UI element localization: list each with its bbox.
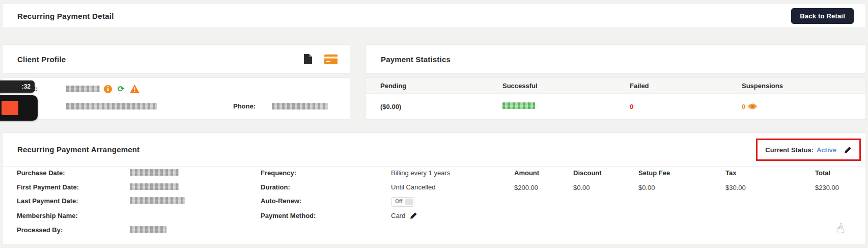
warning-icon[interactable] [130,85,139,93]
pricing-tax-value: $30.00 [725,184,815,191]
duration-value: Until Cancelled [391,183,435,191]
edit-payment-method-pencil-icon[interactable] [410,212,417,219]
purchase-date-redacted [130,169,179,176]
processed-by-label: Processed By: [17,226,126,234]
payment-method-label: Payment Method: [261,212,388,219]
auto-renew-toggle[interactable]: Off [391,197,414,207]
current-status-annotation-box: Current Status: Active [756,139,861,161]
payment-statistics-columns: Pending Successful Failed Suspensions [366,78,865,94]
pricing-table: Amount Discount Setup Fee Tax Total $200… [514,169,868,191]
edit-status-pencil-icon[interactable] [844,146,852,154]
credit-card-icon[interactable] [324,54,338,64]
payment-statistics-body: Pending Successful Failed Suspensions ($… [366,77,866,120]
arrangement-card: Recurring Payment Arrangement Current St… [2,132,866,245]
payment-statistics-title: Payment Statistics [381,55,451,64]
col-pending: Pending [380,82,502,90]
pricing-col-total: Total [815,169,868,177]
col-failed: Failed [630,82,742,90]
info-icon[interactable]: i [104,85,112,93]
client-profile-body: Client: i ⟳ Email: Phone: [2,77,350,120]
duration-label: Duration: [261,183,388,191]
pricing-total-value: $230.00 [815,184,868,191]
membership-name-label: Membership Name: [17,212,126,219]
suspensions-count: 0 [742,103,745,111]
arrangement-title: Recurring Payment Arrangement [17,145,139,154]
client-row: Client: i ⟳ [17,85,340,93]
pricing-col-discount: Discount [573,169,638,177]
client-name-redacted [66,86,100,92]
auto-renew-toggle-label: Off [395,199,402,204]
recording-stop-button[interactable] [0,95,38,121]
successful-value-redacted [502,102,630,111]
email-phone-row: Email: Phone: [17,102,340,110]
col-successful: Successful [502,82,630,90]
recording-timer-badge: :32 [0,80,35,93]
auto-renew-toggle-wrap: Off [391,197,414,207]
auto-renew-label: Auto-Renew: [261,197,388,205]
top-bar: Recurring Payment Detail Back to Retail [2,4,866,28]
phone-label: Phone: [233,102,272,110]
pricing-setup-fee-value: $0.00 [638,184,725,191]
current-status-value: Active [817,146,836,154]
pricing-col-setup-fee: Setup Fee [638,169,725,177]
first-payment-date-label: First Payment Date: [17,183,126,191]
client-profile-header: Client Profile [2,44,350,74]
client-profile-actions [299,54,338,64]
pricing-amount-value: $200.00 [514,184,573,191]
pricing-discount-value: $0.00 [573,184,638,191]
suspensions-value: 0 [742,103,865,111]
record-square-icon [2,101,18,115]
frequency-label: Frequency: [261,169,388,177]
client-profile-title: Client Profile [17,55,66,64]
col-suspensions: Suspensions [742,82,865,90]
eye-icon[interactable] [748,103,757,109]
frequency-value: Billing every 1 years [391,169,450,177]
page-title: Recurring Payment Detail [17,12,114,20]
purchase-date-label: Purchase Date: [17,169,126,177]
document-icon[interactable] [304,54,312,64]
payment-statistics-values: ($0.00) 0 0 [366,94,865,119]
pending-value: ($0.00) [380,103,502,111]
processed-by-redacted [130,226,166,233]
first-payment-date-redacted [130,183,179,190]
current-status-label: Current Status: [765,146,814,154]
failed-value: 0 [630,103,742,111]
toggle-knob [405,199,413,205]
pricing-col-amount: Amount [514,169,573,177]
recurring-green-icon[interactable]: ⟳ [118,85,124,93]
pricing-col-tax: Tax [725,169,815,177]
last-payment-date-redacted [130,197,185,204]
phone-redacted [272,103,328,109]
last-payment-date-label: Last Payment Date: [17,197,126,205]
client-status-icons: i ⟳ [104,85,139,93]
payment-statistics-header: Payment Statistics [366,44,866,74]
arrangement-header: Recurring Payment Arrangement Current St… [3,133,865,167]
payment-method-value: Card [391,212,405,219]
back-to-retail-button[interactable]: Back to Retail [791,8,854,24]
email-redacted [66,103,157,109]
payment-method-value-wrap: Card [391,212,417,219]
